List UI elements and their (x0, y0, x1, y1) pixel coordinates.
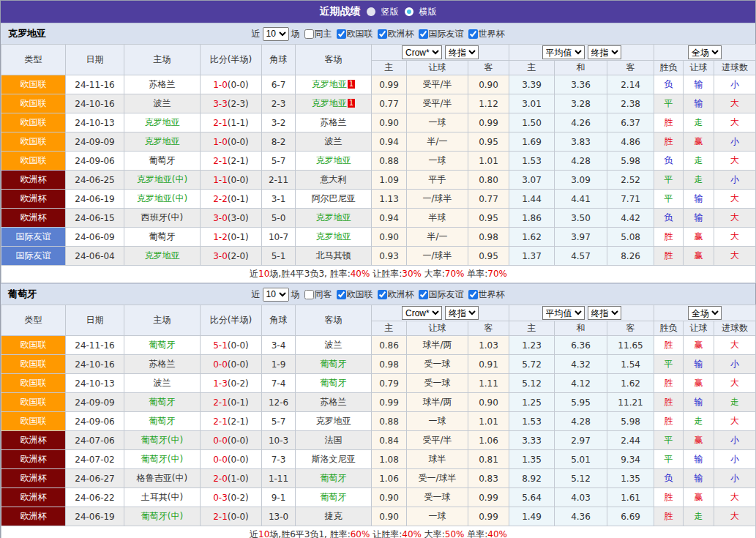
col-date: 日期 (66, 305, 124, 336)
sub-col-handicap: 让球 (407, 321, 468, 336)
handicap-cell: 受平/半 (407, 75, 468, 94)
home-team-cell: 克罗地亚 (124, 132, 201, 152)
league-uefa-nl-label: 欧国联 (347, 28, 373, 40)
corner-cell: 5-7 (262, 152, 296, 171)
league-badge: 欧国联 (1, 152, 66, 171)
away-team-cell: 克罗地亚 (296, 412, 372, 431)
league-friendly-checkbox[interactable] (419, 290, 428, 299)
vertical-layout-label[interactable]: 竖版 (381, 6, 399, 18)
team-name: 西班牙(中) (141, 212, 183, 223)
match-row: 欧洲杯24-06-22土耳其(中)0-3(0-2)9-1葡萄牙0.90受一球0.… (1, 488, 756, 507)
score-cell: 3-0(2-0) (201, 247, 262, 266)
league-uefa-nl-checkbox[interactable] (337, 290, 346, 299)
col-corner: 角球 (262, 45, 296, 75)
avg-away-cell: 5.98 (607, 152, 654, 171)
avg-draw-cell: 4.41 (555, 190, 607, 209)
score-cell: 2-1(0-0) (201, 507, 262, 526)
odds-away-cell: 0.99 (468, 488, 509, 507)
vertical-layout-radio[interactable] (367, 7, 375, 16)
match-scope-select[interactable]: 全场 (688, 306, 722, 320)
handicap-group-header: Crow*终指 (372, 305, 509, 321)
avg-draw-cell: 3.83 (555, 132, 607, 152)
date-cell: 24-06-09 (66, 228, 124, 247)
final-odds-select[interactable]: 终指 (445, 306, 479, 320)
league-badge: 国际友谊 (1, 228, 66, 247)
team-name: 葡萄牙 (321, 378, 347, 388)
home-team-cell: 克罗地亚 (124, 113, 201, 132)
odds-away-cell: 0.99 (468, 113, 509, 132)
league-badge: 欧国联 (1, 132, 66, 152)
date-cell: 24-06-25 (66, 171, 124, 190)
match-row: 欧洲杯24-06-25克罗地亚(中)1-1(0-0)2-11意大利1.09平手0… (1, 171, 756, 190)
league-euro-checkbox[interactable] (378, 290, 387, 299)
league-worldcup-label: 世界杯 (479, 288, 505, 301)
score-cell: 0-0(0-0) (201, 431, 262, 450)
result-cell: 负 (654, 75, 684, 94)
same-venue-checkbox[interactable] (304, 290, 314, 299)
score-cell: 2-2(0-1) (201, 190, 262, 209)
away-team-cell: 克罗地亚 (296, 228, 372, 247)
top-title-bar: 近期战绩 竖版 横版 (1, 1, 755, 23)
handicap-result-cell: 赢 (684, 132, 714, 152)
games-count-select[interactable]: 10 (263, 27, 289, 41)
sub-col-handicap: 让球 (407, 61, 468, 75)
avg-away-cell: 11.65 (607, 336, 654, 355)
league-worldcup-checkbox[interactable] (468, 290, 478, 299)
league-badge: 欧洲杯 (1, 171, 66, 190)
result-cell: 平 (654, 355, 684, 374)
date-cell: 24-07-02 (66, 450, 124, 469)
avg-away-cell: 2.44 (607, 431, 654, 450)
league-badge: 欧国联 (1, 336, 66, 355)
goals-result-cell: 小 (714, 431, 756, 450)
sub-col-result: 胜负 (654, 61, 684, 75)
league-friendly-checkbox[interactable] (419, 29, 428, 39)
sub-col-avg-away: 客 (607, 321, 654, 336)
odds-home-cell: 1.09 (372, 171, 407, 190)
match-scope-select[interactable]: 全场 (688, 45, 722, 59)
league-worldcup-checkbox[interactable] (468, 29, 478, 39)
bookmaker-select[interactable]: Crow* (402, 306, 442, 320)
odds-away-cell: 0.95 (468, 132, 509, 152)
games-count-select[interactable]: 10 (263, 288, 289, 302)
avg-away-cell: 1.54 (607, 355, 654, 374)
league-worldcup-label: 世界杯 (479, 28, 505, 40)
odds-away-cell: 0.99 (468, 507, 509, 526)
handicap-result-cell: 走 (684, 171, 714, 190)
bookmaker-select[interactable]: Crow* (402, 45, 442, 59)
team-name: 苏格兰 (149, 79, 176, 89)
score-cell: 0-0(0-0) (201, 355, 262, 374)
horizontal-layout-radio[interactable] (405, 7, 413, 16)
result-cell: 胜 (654, 412, 684, 431)
average-select[interactable]: 平均值 (542, 45, 585, 59)
col-corner: 角球 (262, 305, 296, 336)
same-venue-checkbox[interactable] (304, 29, 314, 39)
odds-away-cell: 0.95 (468, 247, 509, 266)
final-odds-select-2[interactable]: 终指 (588, 45, 621, 59)
league-euro-checkbox[interactable] (378, 29, 387, 39)
corner-cell: 2-11 (262, 171, 296, 190)
league-badge: 欧洲杯 (1, 450, 66, 469)
corner-cell: 2-3 (262, 94, 296, 113)
final-odds-select[interactable]: 终指 (445, 45, 479, 59)
goals-result-cell: 大 (714, 94, 756, 113)
home-team-cell: 波兰 (124, 94, 201, 113)
league-uefa-nl-checkbox[interactable] (337, 29, 346, 39)
summary-row: 近10场,胜4平3负3, 胜率:40% 让胜率:30% 大率:70% 单率:70… (1, 266, 756, 283)
goals-result-cell: 大 (714, 209, 756, 228)
avg-home-cell: 1.44 (509, 190, 555, 209)
team-name: 葡萄牙 (321, 473, 347, 483)
avg-home-cell: 5.12 (509, 374, 555, 393)
final-odds-select-2[interactable]: 终指 (588, 306, 621, 320)
team-name: 波兰 (325, 136, 343, 146)
average-select[interactable]: 平均值 (542, 306, 585, 320)
team-name: 克罗地亚 (316, 212, 351, 223)
handicap-cell: 受平/半 (407, 431, 468, 450)
result-cell: 平 (654, 450, 684, 469)
away-team-cell: 波兰 (296, 336, 372, 355)
odds-home-cell: 0.99 (372, 75, 407, 94)
horizontal-layout-label[interactable]: 横版 (419, 6, 437, 18)
league-friendly-label: 国际友谊 (429, 28, 464, 40)
avg-home-cell: 5.72 (509, 355, 555, 374)
away-team-cell: 阿尔巴尼亚 (296, 190, 372, 209)
avg-home-cell: 1.62 (509, 228, 555, 247)
